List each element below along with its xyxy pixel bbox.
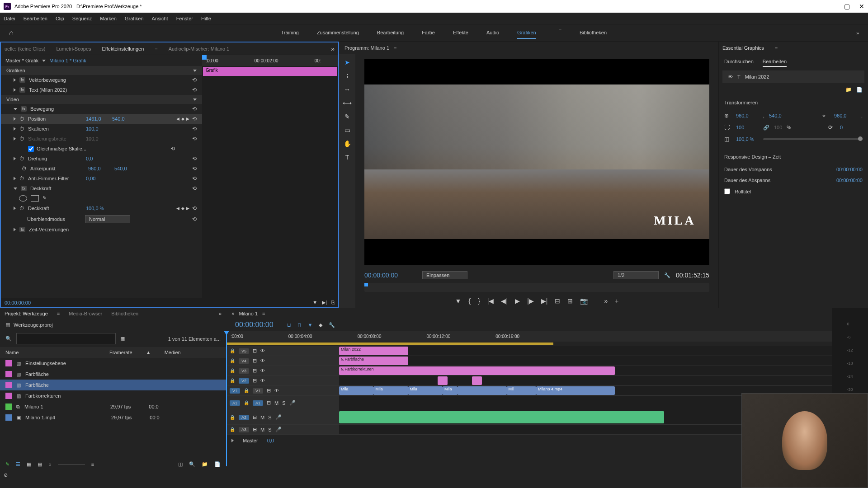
ellipse-mask-icon[interactable] — [19, 195, 27, 202]
prev-keyframe-icon[interactable]: ◀ — [176, 117, 179, 121]
eg-rotation[interactable]: 0 — [840, 125, 863, 130]
reset-icon[interactable]: ⟲ — [192, 116, 197, 122]
position-x[interactable]: 1461,0 — [86, 116, 108, 122]
sync-lock-icon[interactable]: ⊟ — [253, 427, 257, 432]
play-only-icon[interactable]: ▶| — [322, 300, 327, 305]
col-name[interactable]: Name — [5, 350, 96, 355]
type-tool-icon[interactable]: T — [345, 154, 349, 161]
expand-icon[interactable] — [14, 117, 16, 121]
hand-tool-icon[interactable]: ✋ — [344, 140, 351, 147]
collapse-icon[interactable] — [14, 108, 17, 110]
panel-overflow-icon[interactable]: » — [331, 45, 335, 52]
effect-timeline[interactable]: :00:00 00:00:02:00 00: Grafik — [202, 55, 338, 298]
uniform-scale-checkbox[interactable]: Gleichmaßige Skalie... ⟲ — [1, 144, 202, 154]
workspace-grafiken[interactable]: Grafiken — [517, 27, 536, 39]
master-value[interactable]: 0,0 — [267, 438, 274, 443]
audio-clip[interactable] — [339, 411, 664, 424]
tab-bibliotheken[interactable]: Bibliotheken — [111, 311, 138, 316]
freeform-view-icon[interactable]: ▤ — [38, 461, 42, 467]
lock-icon[interactable]: 🔒 — [230, 427, 235, 432]
timeline-playhead[interactable] — [226, 331, 227, 466]
expand-icon[interactable] — [14, 228, 16, 231]
uniform-scale-check[interactable] — [28, 146, 34, 152]
next-keyframe-icon[interactable]: ▶ — [186, 206, 189, 211]
workspace-overflow-icon[interactable]: » — [856, 30, 859, 36]
fx-zeit-verzerrungen[interactable]: fx Zeit-Verzerrungen — [1, 225, 202, 234]
project-search-input[interactable] — [16, 333, 116, 344]
transport-overflow-icon[interactable]: » — [604, 297, 608, 305]
roll-checkbox[interactable] — [724, 188, 730, 194]
filter-icon[interactable]: ▼ — [312, 300, 317, 305]
solo-button[interactable]: S — [268, 427, 271, 432]
prop-anti-flimmer[interactable]: ⏱ Anti-Flimmer-Filter 0,00 ⟲ — [1, 174, 202, 183]
snap-icon[interactable]: ⊔ — [287, 322, 291, 328]
collapse-icon[interactable] — [14, 188, 17, 190]
expand-icon[interactable] — [14, 157, 16, 160]
track-target[interactable]: V1 — [253, 388, 263, 394]
menu-clip[interactable]: Clip — [56, 16, 64, 21]
menu-marken[interactable]: Marken — [100, 16, 117, 21]
effect-playhead[interactable] — [202, 55, 207, 60]
menu-ansicht[interactable]: Ansicht — [152, 16, 168, 21]
rectangle-tool-icon[interactable]: ▭ — [344, 127, 350, 134]
project-item[interactable]: ▧Farbfläche — [0, 369, 226, 380]
label-swatch[interactable] — [5, 414, 12, 421]
export-frame-icon[interactable]: 📷 — [580, 297, 588, 305]
toggle-output-icon[interactable]: 👁 — [260, 348, 265, 353]
menu-sequenz[interactable]: Sequenz — [72, 16, 92, 21]
resolution-dropdown[interactable]: 1/2 — [613, 271, 659, 279]
rotation-value[interactable]: 0,0 — [86, 156, 108, 161]
eg-pos-y[interactable]: 540,0 — [769, 113, 792, 118]
prop-deckkraft[interactable]: ⏱ Deckkraft 100,0 % ◀◆▶ ⟲ — [1, 203, 202, 213]
prop-drehung[interactable]: ⏱ Drehung 0,0 ⟲ — [1, 154, 202, 164]
clip[interactable]: fx Farbfläche — [339, 357, 408, 365]
find-icon[interactable]: 🔍 — [189, 461, 195, 467]
sync-lock-icon[interactable]: ⊟ — [253, 414, 257, 420]
go-to-out-icon[interactable]: ▶| — [541, 297, 548, 305]
tab-projekt[interactable]: Projekt: Werkzeuge — [5, 311, 48, 316]
sync-lock-icon[interactable]: ⊟ — [253, 368, 257, 374]
reset-icon[interactable]: ⟲ — [192, 136, 197, 142]
reset-icon[interactable]: ⟲ — [192, 216, 197, 222]
write-enable-icon[interactable]: ✎ — [5, 461, 9, 467]
expand-icon[interactable] — [14, 127, 16, 131]
effect-timecode[interactable]: 00:00:00:00 — [5, 300, 31, 305]
workspace-farbe[interactable]: Farbe — [422, 27, 435, 39]
label-swatch[interactable] — [5, 393, 12, 399]
timeline-ruler[interactable]: :00:00 00:00:04:00 00:00:08:00 00:00:12:… — [226, 331, 832, 342]
label-swatch[interactable] — [5, 371, 12, 377]
step-forward-icon[interactable]: |▶ — [527, 297, 534, 305]
stopwatch-icon[interactable]: ⏱ — [19, 116, 24, 122]
work-area-bar[interactable] — [226, 343, 553, 345]
eg-tab-bearbeiten[interactable]: Bearbeiten — [763, 57, 787, 67]
eg-anchor-x[interactable]: 960,0 — [834, 113, 857, 118]
workspace-zusammenstellung[interactable]: Zusammenstellung — [317, 27, 359, 39]
horizontal-align-icon[interactable]: ↔ — [344, 86, 350, 93]
visibility-icon[interactable]: 👁 — [728, 74, 733, 80]
outro-value[interactable]: 00:00:00:00 — [836, 178, 863, 183]
stopwatch-icon[interactable]: ⏱ — [19, 156, 24, 161]
panel-menu-icon[interactable]: ≡ — [262, 311, 265, 316]
scale-value[interactable]: 100,0 — [86, 126, 108, 131]
lock-icon[interactable]: 🔒 — [230, 368, 235, 373]
source-patch[interactable]: V1 — [230, 388, 240, 394]
tab-lumetri-scopes[interactable]: Lumetri-Scopes — [56, 46, 91, 52]
panel-menu-icon[interactable]: ≡ — [775, 45, 778, 51]
stopwatch-icon[interactable]: ⏱ — [22, 166, 27, 171]
track-target[interactable]: A2 — [239, 415, 249, 420]
linked-selection-icon[interactable]: ⊓ — [297, 322, 302, 328]
reset-icon[interactable]: ⟲ — [192, 106, 197, 112]
anchor-y[interactable]: 540,0 — [114, 166, 137, 171]
clip[interactable]: Mil — [507, 386, 536, 395]
col-medien[interactable]: Medien — [165, 350, 181, 355]
voice-over-icon[interactable]: 🎤 — [289, 400, 296, 406]
mute-button[interactable]: M — [260, 415, 264, 420]
sync-lock-icon[interactable]: ⊟ — [253, 378, 257, 384]
collapse-icon[interactable] — [193, 70, 197, 72]
play-icon[interactable]: ▶ — [515, 297, 520, 305]
voice-over-icon[interactable]: 🎤 — [275, 427, 282, 432]
reset-icon[interactable]: ⟲ — [192, 126, 197, 132]
chevron-down-icon[interactable] — [42, 60, 46, 62]
reset-icon[interactable]: ⟲ — [192, 87, 197, 93]
opacity-value[interactable]: 100,0 % — [86, 206, 108, 211]
